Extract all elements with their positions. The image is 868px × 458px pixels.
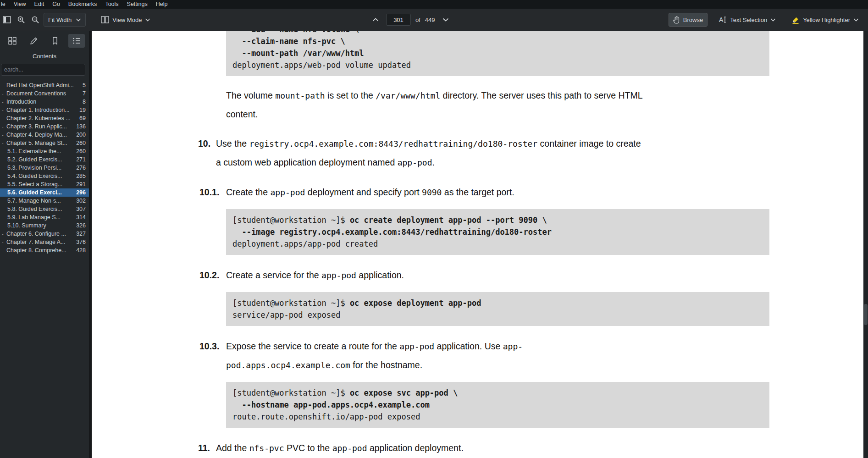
yellow-highlighter-icon bbox=[791, 16, 800, 24]
toc-expander-icon[interactable]: - bbox=[2, 140, 6, 146]
toc-item-label: Chapter 7. Manage A... bbox=[6, 239, 73, 245]
inline-code: pod.apps.ocp4.example.com bbox=[226, 360, 350, 370]
annotations-panel-button[interactable] bbox=[26, 34, 42, 48]
toc-item[interactable]: 5.6. Guided Exerci...296 bbox=[0, 188, 89, 197]
toc-item[interactable]: 5.3. Provision Persi...276 bbox=[0, 164, 89, 172]
list-item-text: Create the app-pod deployment and specif… bbox=[226, 183, 769, 202]
thumbnails-panel-button[interactable] bbox=[4, 34, 21, 48]
toc-item[interactable]: -Document Conventions7 bbox=[0, 89, 89, 98]
code-line: --add --name nfs-volume \ bbox=[232, 31, 763, 35]
text-run: directory. The server uses this path to … bbox=[440, 90, 642, 100]
toc-expander-icon[interactable]: - bbox=[2, 107, 6, 113]
toc-item[interactable]: -Chapter 2. Kubernetes ...69 bbox=[0, 114, 89, 122]
toc-item-page: 136 bbox=[76, 123, 86, 130]
contents-title: Contents bbox=[0, 53, 89, 60]
zoom-mode-select[interactable]: Fit Width bbox=[44, 13, 86, 27]
toc-item[interactable]: 5.5. Select a Storag...291 bbox=[0, 180, 89, 188]
browse-tool-button[interactable]: Browse bbox=[669, 13, 708, 27]
previous-page-button[interactable] bbox=[370, 13, 381, 26]
menu-item-go[interactable]: Go bbox=[48, 0, 64, 9]
toc-item[interactable]: 5.7. Manage Non-s...302 bbox=[0, 197, 89, 205]
toc-item[interactable]: 5.1. Externalize the...260 bbox=[0, 147, 89, 155]
menu-item-bookmarks[interactable]: Bookmarks bbox=[64, 0, 101, 9]
toc-item[interactable]: -Introduction8 bbox=[0, 98, 89, 106]
menu-item-help[interactable]: Help bbox=[152, 0, 172, 9]
toc-item-page: 19 bbox=[79, 107, 86, 113]
toc-item[interactable]: -Chapter 4. Deploy Ma...200 bbox=[0, 131, 89, 139]
code-block: [student@workstation ~]$ oc expose deplo… bbox=[226, 292, 769, 326]
toc-item[interactable]: -Red Hat OpenShift Admi...5 bbox=[0, 81, 89, 89]
menu-item-settings[interactable]: Settings bbox=[123, 0, 152, 9]
code-line: --hostname app-pod.apps.ocp4.example.com bbox=[232, 399, 763, 411]
toc-item[interactable]: 5.8. Guided Exercis...307 bbox=[0, 205, 89, 213]
inline-code: /var/www/html bbox=[376, 91, 440, 100]
page-navigation: of 449 bbox=[370, 9, 452, 31]
menu-item-view[interactable]: View bbox=[10, 0, 30, 9]
toc-item[interactable]: 5.2. Guided Exercis...271 bbox=[0, 155, 89, 164]
toc-item[interactable]: -Chapter 5. Manage St...260 bbox=[0, 139, 89, 147]
toc-expander-icon[interactable]: - bbox=[2, 83, 6, 88]
code-command: --add --name nfs-volume \ bbox=[232, 31, 359, 34]
toc-item[interactable]: -Chapter 1. Introduction...19 bbox=[0, 106, 89, 114]
toolbar: Fit Width View Mode of 449 bbox=[0, 9, 868, 31]
toc-expander-icon[interactable]: - bbox=[2, 91, 6, 96]
toc-item-page: 260 bbox=[76, 148, 86, 155]
zoom-in-button[interactable] bbox=[15, 13, 27, 26]
chevron-down-icon bbox=[145, 18, 150, 22]
toc-item-label: 5.2. Guided Exercis... bbox=[7, 156, 73, 163]
zoom-out-button[interactable] bbox=[29, 13, 41, 26]
chevron-down-icon bbox=[853, 18, 859, 22]
menu-item-edit[interactable]: Edit bbox=[30, 0, 49, 9]
chevron-down-icon bbox=[442, 18, 449, 22]
list-item-10-3: 10.3.Expose the service to create a rout… bbox=[199, 337, 769, 375]
chevron-down-icon bbox=[770, 18, 776, 22]
toc-expander-icon[interactable]: - bbox=[2, 116, 6, 121]
text-run: Create a service for the bbox=[226, 270, 321, 280]
toc-item-label: 5.5. Select a Storag... bbox=[7, 181, 73, 188]
toc-item[interactable]: -Chapter 7. Manage A...376 bbox=[0, 238, 89, 246]
menu-item-tools[interactable]: Tools bbox=[101, 0, 122, 9]
highlighter-tool-button[interactable]: Yellow Highlighter bbox=[787, 13, 863, 27]
next-page-button[interactable] bbox=[440, 13, 452, 26]
text-run: PVC to the bbox=[284, 443, 332, 453]
code-command: --mount-path /var/www/html bbox=[232, 49, 364, 58]
code-command: --image registry.ocp4.example.com:8443/r… bbox=[232, 227, 552, 237]
view-mode-button[interactable]: View Mode bbox=[96, 13, 155, 27]
toc-search-input[interactable] bbox=[1, 64, 85, 76]
text-selection-tool-button[interactable]: A Text Selection bbox=[714, 13, 780, 27]
toc-item[interactable]: 5.4. Guided Exercis...285 bbox=[0, 172, 89, 180]
toc-item-label: 5.1. Externalize the... bbox=[7, 148, 73, 155]
toc-item[interactable]: -Chapter 6. Configure ...327 bbox=[0, 230, 89, 238]
bookmarks-panel-button[interactable] bbox=[47, 34, 63, 48]
sidebar-panel-button[interactable] bbox=[1, 13, 13, 26]
scrollbar-thumb[interactable] bbox=[864, 304, 868, 325]
vertical-scrollbar[interactable] bbox=[863, 31, 868, 458]
text-run: service/app-pod exposed bbox=[232, 310, 340, 320]
inline-code: app-pod bbox=[332, 443, 367, 453]
toc-item[interactable]: 5.9. Lab Manage S...314 bbox=[0, 213, 89, 221]
toc-expander-icon[interactable]: - bbox=[2, 124, 6, 129]
sidebar-tool-icons bbox=[0, 33, 89, 49]
list-item-10-1: 10.1.Create the app-pod deployment and s… bbox=[199, 183, 769, 202]
inline-code: mount-path bbox=[275, 91, 325, 100]
text-run: Expose the service to create a route for… bbox=[226, 341, 399, 351]
toc-item-page: 302 bbox=[76, 198, 86, 204]
toc-item[interactable]: -Chapter 8. Comprehe...428 bbox=[0, 246, 89, 254]
toc-item-label: 5.9. Lab Manage S... bbox=[7, 214, 73, 221]
toc-expander-icon[interactable]: - bbox=[2, 99, 6, 105]
contents-icon bbox=[72, 36, 81, 45]
menu-item-le[interactable]: le bbox=[0, 0, 10, 9]
toc-expander-icon[interactable]: - bbox=[2, 231, 6, 237]
toc-item-page: 326 bbox=[76, 222, 86, 229]
toc-item-label: 5.7. Manage Non-s... bbox=[7, 198, 73, 204]
page-number-input[interactable] bbox=[386, 14, 411, 26]
toc-item-page: 376 bbox=[76, 239, 86, 245]
toc-expander-icon[interactable]: - bbox=[2, 248, 6, 253]
toc-item[interactable]: -Chapter 3. Run Applic...136 bbox=[0, 122, 89, 131]
contents-panel-button[interactable] bbox=[68, 34, 85, 48]
toc-expander-icon[interactable]: - bbox=[2, 239, 6, 245]
toc-expander-icon[interactable]: - bbox=[2, 132, 6, 138]
toc-item[interactable]: 5.10. Summary326 bbox=[0, 221, 89, 230]
list-item-10-2: 10.2.Create a service for the app-pod ap… bbox=[199, 266, 769, 285]
list-item-marker: 10. bbox=[198, 134, 216, 172]
